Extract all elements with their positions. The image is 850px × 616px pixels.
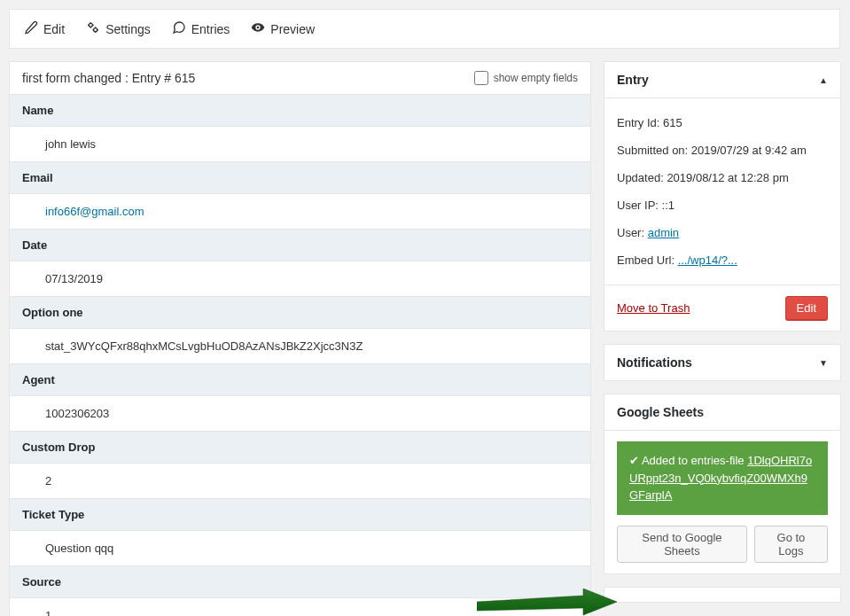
submitted-line: Submitted on: 2019/07/29 at 9:42 am <box>617 136 828 164</box>
entry-sidebar-body: Entry Id: 615 Submitted on: 2019/07/29 a… <box>604 98 840 285</box>
google-sheets-success: ✔ Added to entries-file 1DlqOHRl7oURppt2… <box>617 441 828 515</box>
entry-details-column: first form changed : Entry # 615 show em… <box>9 61 591 616</box>
toolbar: Edit Settings Entries Preview <box>9 9 840 49</box>
notifications-sidebar-box: Notifications ▼ <box>604 344 841 381</box>
notifications-header[interactable]: Notifications ▼ <box>604 345 840 380</box>
field-value: 1 <box>10 598 590 616</box>
field-value: 2 <box>10 464 590 498</box>
field-label: Agent <box>10 363 590 396</box>
userip-line: User IP: ::1 <box>617 191 828 219</box>
field-value: stat_3WYcQFxr88qhxMCsLvgbHuOD8AzANsJBkZ2… <box>10 329 590 363</box>
field-label: Date <box>10 229 590 261</box>
entry-header: first form changed : Entry # 615 show em… <box>10 62 590 94</box>
preview-toolbar-label: Preview <box>270 22 315 36</box>
main-container: first form changed : Entry # 615 show em… <box>9 61 841 616</box>
show-empty-checkbox-wrap[interactable]: show empty fields <box>474 71 578 85</box>
entry-sidebar-footer: Move to Trash Edit <box>604 285 840 331</box>
entry-sidebar-box: Entry ▲ Entry Id: 615 Submitted on: 2019… <box>604 61 841 331</box>
gears-icon <box>86 20 100 37</box>
collapse-up-icon: ▲ <box>819 75 828 85</box>
svg-point-1 <box>94 28 97 32</box>
trash-link[interactable]: Move to Trash <box>617 301 690 315</box>
entry-id-line: Entry Id: 615 <box>617 109 828 136</box>
sidebar-column: Entry ▲ Entry Id: 615 Submitted on: 2019… <box>604 61 841 616</box>
edit-icon <box>24 20 38 37</box>
notifications-title: Notifications <box>617 355 692 370</box>
field-label: Source <box>10 565 590 598</box>
field-label: Option one <box>10 296 590 329</box>
user-line: User: admin <box>617 219 828 246</box>
edit-toolbar-label: Edit <box>43 22 65 36</box>
expand-down-icon: ▼ <box>819 358 828 368</box>
updated-line: Updated: 2019/08/12 at 12:28 pm <box>617 164 828 191</box>
partial-sidebar-box <box>604 587 841 603</box>
entry-panel: first form changed : Entry # 615 show em… <box>9 61 591 616</box>
embed-line: Embed Url: .../wp14/?... <box>617 246 828 274</box>
show-empty-label: show empty fields <box>494 72 578 84</box>
google-sheets-header: Google Sheets <box>604 394 840 431</box>
entries-toolbar-label: Entries <box>191 22 230 36</box>
entries-toolbar-button[interactable]: Entries <box>172 20 230 37</box>
field-value-link[interactable]: info66f@gmail.com <box>45 205 144 218</box>
preview-toolbar-button[interactable]: Preview <box>251 20 315 37</box>
svg-point-0 <box>89 23 92 27</box>
comment-icon <box>172 20 186 37</box>
google-sheets-title: Google Sheets <box>617 405 704 419</box>
field-value: info66f@gmail.com <box>10 194 590 229</box>
go-to-logs-button[interactable]: Go to Logs <box>754 526 828 563</box>
field-value: john lewis <box>10 127 590 161</box>
entry-title: first form changed : Entry # 615 <box>22 71 195 85</box>
entry-sidebar-title: Entry <box>617 73 649 87</box>
field-label: Email <box>10 161 590 194</box>
settings-toolbar-button[interactable]: Settings <box>86 20 151 37</box>
check-icon: ✔ <box>629 454 642 467</box>
user-link[interactable]: admin <box>648 226 679 239</box>
eye-icon <box>251 20 265 37</box>
google-sheets-sidebar-box: Google Sheets ✔ Added to entries-file 1D… <box>604 394 841 574</box>
field-value: 1002306203 <box>10 396 590 431</box>
edit-button[interactable]: Edit <box>785 296 828 320</box>
embed-link[interactable]: .../wp14/?... <box>678 253 737 267</box>
google-sheets-buttons: Send to Google Sheets Go to Logs <box>604 515 840 573</box>
field-label: Ticket Type <box>10 498 590 531</box>
field-label: Custom Drop <box>10 431 590 464</box>
settings-toolbar-label: Settings <box>105 22 151 36</box>
send-to-sheets-button[interactable]: Send to Google Sheets <box>617 526 747 563</box>
show-empty-checkbox[interactable] <box>474 71 488 85</box>
field-label: Name <box>10 94 590 127</box>
field-value: 07/13/2019 <box>10 261 590 296</box>
entry-sidebar-header[interactable]: Entry ▲ <box>604 62 840 98</box>
field-value: Question qqq <box>10 531 590 565</box>
edit-toolbar-button[interactable]: Edit <box>24 20 65 37</box>
